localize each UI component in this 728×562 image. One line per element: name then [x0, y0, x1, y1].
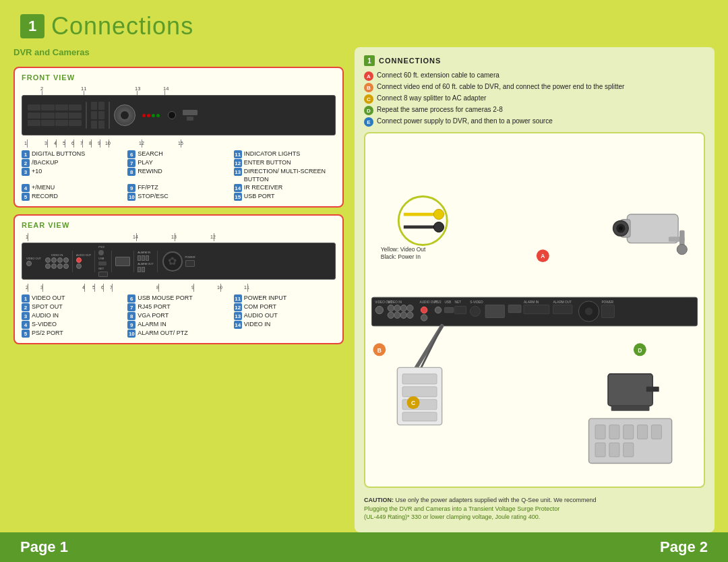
legend-text: COM PORT — [244, 303, 276, 311]
svg-text:B: B — [377, 347, 382, 354]
legend-item: 14 VIDEO IN — [234, 321, 336, 329]
legend-text: RECORD — [32, 193, 58, 201]
legend-item: 11 POWER INPUT — [234, 294, 336, 303]
legend-num: 7 — [127, 303, 135, 311]
svg-point-23 — [394, 305, 400, 311]
diagram-svg: Yellow: Video Out Black: Power In A VIDE… — [365, 133, 704, 487]
svg-rect-59 — [402, 412, 437, 421]
legend-text: /BACKUP — [32, 159, 59, 167]
connections-header: 1 CONNECTIONS — [364, 55, 705, 66]
svg-point-28 — [400, 312, 406, 318]
legend-text: INDICATOR LIGHTS — [244, 150, 301, 158]
legend-text: PLAY — [138, 159, 152, 167]
legend-item: 10 ALARM OUT/ PTZ — [127, 330, 229, 338]
step-badge-b: B — [364, 83, 373, 92]
legend-text: IR RECEIVER — [244, 184, 283, 192]
legend-item: 4 S-VIDEO — [22, 321, 123, 329]
front-legend: 1 DIGITAL BUTTONS 6 SEARCH 11 INDICATOR … — [22, 150, 336, 201]
step-badge-e: E — [364, 117, 373, 127]
section-number: 1 — [20, 14, 44, 38]
legend-item: 2 SPOT OUT — [22, 303, 123, 311]
caution-box: CAUTION: Use only the power adapters sup… — [364, 493, 705, 524]
legend-text: +/MENU — [32, 184, 55, 192]
svg-text:S-VIDEO: S-VIDEO — [470, 301, 483, 304]
legend-num: 2 — [22, 303, 30, 311]
diagram-box: Yellow: Video Out Black: Power In A VIDE… — [364, 132, 705, 488]
svg-rect-36 — [444, 307, 453, 313]
step-text-a: Connect 60 ft. extension cable to camera — [377, 71, 499, 79]
legend-num: 5 — [22, 330, 30, 338]
section-label: DVR and Cameras — [13, 47, 344, 57]
svg-rect-67 — [609, 425, 619, 439]
step-badge-a: A — [364, 71, 373, 81]
caution-line2: Plugging the DVR and Cameras into a Tran… — [364, 505, 559, 512]
svg-point-20 — [375, 306, 383, 313]
page-title: Connections — [51, 12, 193, 40]
svg-point-31 — [421, 307, 427, 313]
legend-text: AUDIO IN — [32, 312, 59, 320]
svg-rect-56 — [402, 374, 437, 384]
legend-text: DIRECTION/ MULTI-SCREEN BUTTON — [244, 168, 336, 183]
legend-item: 9 FF/PTZ — [127, 184, 229, 192]
svg-rect-64 — [611, 406, 650, 411]
svg-text:POWER: POWER — [601, 301, 613, 304]
legend-text: VIDEO IN — [244, 321, 271, 329]
svg-text:USB: USB — [444, 301, 451, 304]
legend-text: AUDIO OUT — [244, 312, 278, 320]
legend-item: 13 DIRECTION/ MULTI-SCREEN BUTTON — [234, 168, 336, 183]
legend-text: RJ45 PORT — [138, 303, 170, 311]
svg-point-8 — [677, 245, 687, 255]
footer-page2: Page 2 — [660, 538, 708, 556]
legend-text: PS/2 PORT — [32, 330, 63, 338]
legend-num: 4 — [22, 321, 30, 329]
legend-num: 7 — [127, 159, 135, 167]
main-container: 1 Connections DVR and Cameras FRONT VIEW… — [0, 0, 728, 562]
legend-item: 1 VIDEO OUT — [22, 294, 123, 303]
conn-title: CONNECTIONS — [379, 57, 441, 65]
step-text-e: Connect power supply to DVR, and then to… — [377, 117, 553, 125]
legend-text: ENTER BUTTON — [244, 159, 291, 167]
svg-point-27 — [394, 312, 400, 318]
legend-item: 12 COM PORT — [234, 303, 336, 311]
legend-item: 9 ALARM IN — [127, 321, 229, 329]
legend-item: 7 RJ45 PORT — [127, 303, 229, 311]
svg-rect-38 — [455, 306, 466, 313]
rear-legend: 1 VIDEO OUT 6 USB MOUSE PORT 11 POWER IN… — [22, 294, 336, 338]
legend-num: 12 — [234, 159, 242, 167]
conn-steps: A Connect 60 ft. extension cable to came… — [364, 71, 705, 127]
front-view-box: FRONT VIEW 2 11 13 14 — [13, 67, 344, 208]
legend-text: USB MOUSE PORT — [138, 294, 192, 303]
legend-text: USB PORT — [244, 193, 275, 201]
svg-point-32 — [421, 315, 427, 321]
legend-item: 14 IR RECEIVER — [234, 184, 336, 192]
legend-num: 11 — [234, 294, 242, 303]
legend-text: VIDEO OUT — [32, 294, 65, 303]
dvr-front-image — [22, 95, 336, 135]
legend-text: ALARM IN — [138, 321, 166, 329]
legend-item: 6 SEARCH — [127, 150, 229, 158]
svg-text:C: C — [411, 400, 415, 406]
svg-rect-57 — [402, 387, 437, 397]
legend-num: 10 — [127, 330, 135, 338]
svg-point-26 — [388, 312, 394, 318]
svg-point-24 — [400, 305, 406, 311]
step-text-c: Connect 8 way splitter to AC adapter — [377, 94, 486, 102]
legend-item: 2 /BACKUP — [22, 159, 123, 167]
legend-text: DIGITAL BUTTONS — [32, 150, 85, 158]
front-view-title: FRONT VIEW — [22, 73, 336, 82]
legend-item: 1 DIGITAL BUTTONS — [22, 150, 123, 158]
legend-text: +10 — [32, 168, 42, 176]
legend-num: 3 — [22, 312, 30, 320]
svg-rect-68 — [624, 425, 634, 439]
caution-line3: (UL-449 Rating)* 330 or lower clamping v… — [364, 513, 540, 520]
legend-item — [234, 330, 336, 338]
right-panel: 1 CONNECTIONS A Connect 60 ft. extension… — [355, 47, 715, 532]
legend-num: 1 — [22, 294, 30, 303]
svg-rect-41 — [485, 305, 504, 318]
svg-rect-42 — [508, 305, 521, 313]
legend-num: 12 — [234, 303, 242, 311]
svg-rect-72 — [609, 443, 619, 457]
legend-num: 1 — [22, 150, 30, 158]
legend-item: 15 USB PORT — [234, 193, 336, 201]
svg-point-5 — [619, 226, 623, 230]
